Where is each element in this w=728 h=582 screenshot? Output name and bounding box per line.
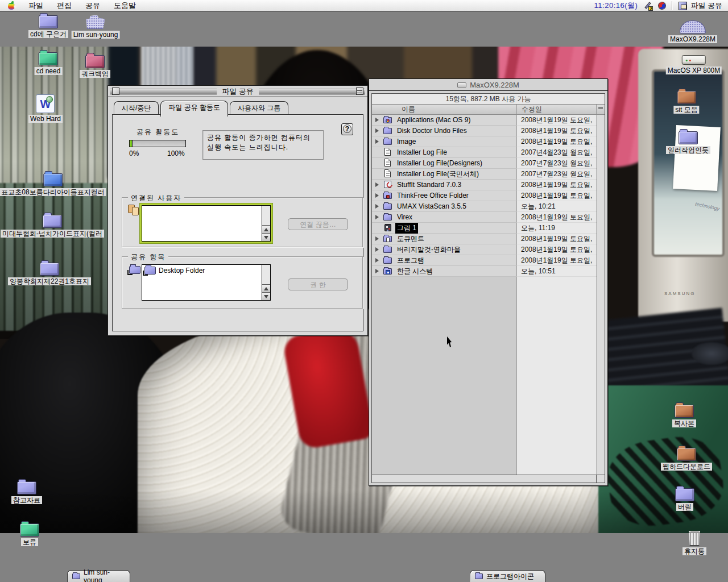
scroll-down-arrow[interactable] <box>262 233 270 241</box>
desktop-icon-midae-guide[interactable]: 미대두협회-넙치가이드표지(컬러 <box>1 215 104 238</box>
resize-corner[interactable] <box>596 475 605 483</box>
trash-paper <box>690 526 700 531</box>
menu-share[interactable]: 공유 <box>85 1 100 11</box>
finder-row-2[interactable]: Disk Doctor Undo Files2008년1월19일 토요일, <box>372 126 597 136</box>
list-scrollbar[interactable] <box>262 265 270 300</box>
disclosure-triangle[interactable] <box>374 127 380 134</box>
connected-users-list[interactable] <box>142 205 271 242</box>
disclosure-triangle[interactable] <box>374 268 380 275</box>
desktop-icon-maxox9-disk[interactable]: MaxOX9.228M <box>668 20 717 43</box>
finder-cell-name: Image <box>372 136 516 147</box>
horizontal-scrollbar[interactable] <box>372 475 605 483</box>
application-menu[interactable]: 파일 공유 <box>679 1 722 11</box>
vertical-scrollbar[interactable] <box>597 115 605 475</box>
disconnect-button[interactable]: 연결 끊음… <box>288 218 348 230</box>
activity-progress-bar <box>129 140 186 147</box>
trash-full-icon <box>688 531 701 546</box>
desktop-icon-label: 표교초08보름다리아이들표지컬러 <box>0 188 106 196</box>
finder-row-14[interactable]: 프로그램2008년1월19일 토요일, <box>372 255 597 266</box>
desktop-icon-sit-collection[interactable]: sit 모음 <box>673 91 699 114</box>
desktop-icon-web-hard[interactable]: Web Hard <box>28 94 63 123</box>
input-method-taegeuk-icon[interactable] <box>657 1 667 11</box>
desktop-icon-yangbong-cover[interactable]: 양봉학회지제22권1호표지 <box>8 263 91 285</box>
disclosure-triangle[interactable] <box>374 203 380 210</box>
scroll-up-arrow[interactable] <box>262 284 270 292</box>
finder-window-title: MaxOX9.228M <box>470 81 519 89</box>
windowshade-box[interactable] <box>356 88 363 95</box>
finder-row-8[interactable]: ThinkFree Office Folder2008년1월19일 토요일, <box>372 190 597 201</box>
column-header-date[interactable]: 수정일 <box>516 105 596 114</box>
popup-tab-lim-sun-young[interactable]: Lim sun-young <box>67 570 130 582</box>
disclosure-triangle[interactable] <box>374 246 380 253</box>
list-scrollbar[interactable] <box>262 206 270 241</box>
desktop-icon-cd-need[interactable]: cd need <box>35 52 63 75</box>
finder-row-3[interactable]: Image2008년1월19일 토요일, <box>372 136 597 147</box>
disclosure-triangle[interactable] <box>374 117 380 123</box>
disclosure-spacer <box>374 149 380 156</box>
disclosure-triangle[interactable] <box>374 192 380 199</box>
purple-folder-icon <box>675 488 694 501</box>
desktop-icon-iller-work[interactable]: 일러작업인듯 <box>666 131 710 154</box>
column-header-name[interactable]: 이름 <box>372 105 516 114</box>
finder-row-10[interactable]: Virex2008년1월19일 토요일, <box>372 212 597 223</box>
finder-row-1[interactable]: Applications (Mac OS 9)2008년1월19일 토요일, <box>372 115 597 126</box>
file-name: Disk Doctor Undo Files <box>395 126 469 135</box>
desktop-icon-pyogyocho-cover[interactable]: 표교초08보름다리아이들표지컬러 <box>0 173 106 196</box>
scroll-down-arrow[interactable] <box>262 292 270 300</box>
desktop-icon-label: 복사본 <box>672 419 696 427</box>
finder-row-4[interactable]: Installer Log File2007년4월23일 월요일, <box>372 147 597 158</box>
disclosure-triangle[interactable] <box>374 214 380 221</box>
menu-file[interactable]: 파일 <box>28 1 43 11</box>
purple-folder-icon <box>40 263 59 276</box>
file-name: Installer Log File <box>395 148 449 157</box>
desktop-icon-chamgo-jaryo[interactable]: 참고자료 <box>11 481 42 504</box>
finder-row-15[interactable]: 한글 시스템오늘, 10:51 <box>372 266 597 277</box>
file-modified-date: 오늘, 10:21 <box>516 201 597 212</box>
tab-2[interactable]: 파일 공유 활동도 <box>160 101 228 117</box>
desktop-icon-beoril[interactable]: 버릴 <box>675 488 694 511</box>
desktop-icon-quark-backup[interactable]: 쿼크백업 <box>80 55 110 78</box>
disclosure-triangle[interactable] <box>374 181 380 188</box>
pink-folder-icon <box>85 55 105 68</box>
finder-row-5[interactable]: Installer Log File(Designers)2007년7월23일 … <box>372 158 597 169</box>
finder-row-13[interactable]: 버리지말것-영화마을2008년1월19일 토요일, <box>372 244 597 255</box>
pencil-icon[interactable]: 2 <box>643 1 652 10</box>
window-title: 파일 공유 <box>217 86 259 97</box>
folder-icon <box>383 202 392 211</box>
finder-row-12[interactable]: 도큐멘트2008년1월19일 토요일, <box>372 234 597 244</box>
horizontal-scroll-track[interactable] <box>372 475 596 483</box>
close-box[interactable] <box>112 88 119 95</box>
desktop-icon-cd-burn[interactable]: cd에 구은거 <box>28 15 68 38</box>
finder-row-6[interactable]: Installer Log File(국민서체)2007년7월23일 월요일, <box>372 169 597 180</box>
shared-item-row[interactable]: Desktop Folder <box>142 265 262 276</box>
finder-title-bar[interactable]: MaxOX9.228M <box>369 79 607 91</box>
menu-clock[interactable]: 11:20:16(월) <box>594 1 638 11</box>
help-button[interactable]: ? <box>341 123 353 135</box>
disclosure-triangle[interactable] <box>374 257 380 264</box>
sort-order-icon[interactable] <box>596 105 605 114</box>
menu-edit[interactable]: 편집 <box>57 1 72 11</box>
finder-row-7[interactable]: StuffIt Standard 7.0.32008년1월19일 토요일, <box>372 180 597 190</box>
disclosure-triangle[interactable] <box>374 235 380 242</box>
popup-tab-program-icons[interactable]: 프로그램아이콘 <box>470 570 545 582</box>
desktop-icon-boksabon[interactable]: 복사본 <box>672 405 696 427</box>
desktop-icon-lim-sun-young[interactable]: Lim sun-young <box>72 15 120 39</box>
file-sharing-window: 파일 공유 시작/중단파일 공유 활동도사용자와 그룹 ? 공유 활동도 0% … <box>107 85 368 336</box>
desktop-icon-webhard-download[interactable]: 웹하드다운로드 <box>661 448 712 471</box>
folder-icon <box>383 137 392 146</box>
desktop-icon-boryu[interactable]: 보류 <box>20 523 39 546</box>
privileges-button[interactable]: 권 한 <box>288 278 348 290</box>
finder-row-9[interactable]: UMAX VistaScan 3.5.5오늘, 10:21 <box>372 201 597 212</box>
disclosure-triangle[interactable] <box>374 138 380 145</box>
file-sharing-title-bar[interactable]: 파일 공유 <box>108 86 367 97</box>
menu-help[interactable]: 도움말 <box>114 1 136 11</box>
purple-folder-icon <box>43 215 62 228</box>
desktop-icon-trash[interactable]: 휴지통 <box>682 526 706 555</box>
scroll-up-arrow[interactable] <box>262 225 270 233</box>
folder-art <box>383 139 392 145</box>
finder-rows: Applications (Mac OS 9)2008년1월19일 토요일,Di… <box>372 115 597 277</box>
shared-items-list[interactable]: Desktop Folder <box>142 264 271 301</box>
finder-row-11[interactable]: 그림 1오늘, 11:19 <box>372 223 597 234</box>
desktop-icon-macos-xp-drive[interactable]: MacOS XP 800M <box>666 55 722 74</box>
apple-menu-icon[interactable] <box>8 2 16 10</box>
